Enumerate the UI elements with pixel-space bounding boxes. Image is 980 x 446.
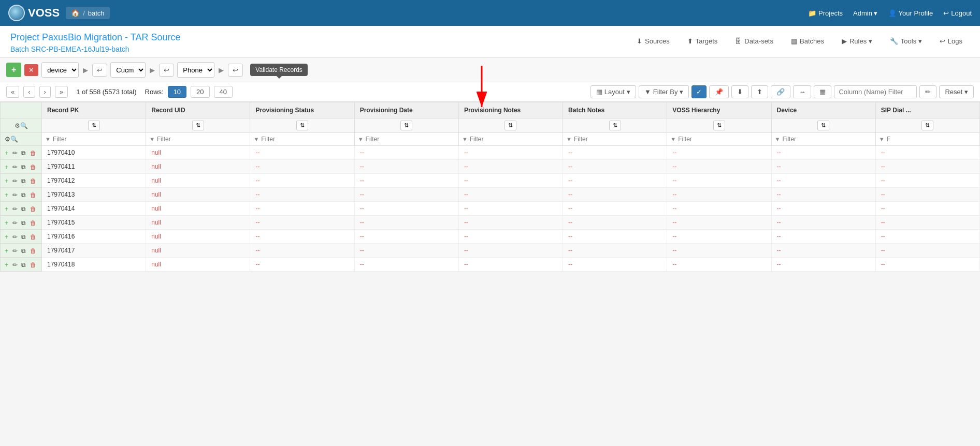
copy-row-btn[interactable]: ⧉ bbox=[20, 163, 27, 171]
delete-row-btn[interactable]: 🗑 bbox=[29, 261, 37, 269]
sort-bn[interactable]: ⇅ bbox=[609, 121, 621, 130]
delete-row-btn[interactable]: 🗑 bbox=[29, 219, 37, 227]
row-filter-controls[interactable]: ⚙🔍 bbox=[4, 135, 19, 143]
edit-icon-btn[interactable]: ✏ bbox=[919, 85, 936, 98]
nav-logout[interactable]: ↩ Logout bbox=[943, 9, 972, 17]
clear-button[interactable]: ✕ bbox=[24, 64, 38, 76]
copy-row-btn[interactable]: ⧉ bbox=[20, 205, 27, 213]
sort-pd[interactable]: ⇅ bbox=[400, 121, 412, 130]
download-btn[interactable]: ⬇ bbox=[731, 85, 748, 98]
edit-row-btn[interactable]: ✏ bbox=[11, 205, 19, 213]
edit-row-btn[interactable]: ✏ bbox=[11, 219, 19, 227]
sort-ps[interactable]: ⇅ bbox=[296, 121, 308, 130]
add-row-btn[interactable]: + bbox=[4, 218, 10, 227]
add-button[interactable]: + bbox=[6, 63, 21, 77]
rows-20-btn[interactable]: 20 bbox=[191, 86, 209, 98]
logo[interactable]: VOSS bbox=[8, 5, 60, 21]
first-page-btn[interactable]: « bbox=[6, 86, 19, 98]
layout-btn[interactable]: ▦ Layout ▾ bbox=[590, 85, 636, 98]
tab-tools[interactable]: 🔧 Tools ▾ bbox=[883, 34, 929, 48]
rows-10-btn[interactable]: 10 bbox=[168, 86, 186, 98]
add-row-btn[interactable]: + bbox=[4, 204, 10, 213]
type-select-3[interactable]: Phone bbox=[177, 62, 214, 78]
copy-row-btn[interactable]: ⧉ bbox=[20, 247, 27, 255]
sort-device[interactable]: ⇅ bbox=[817, 121, 829, 130]
go-btn-2[interactable]: ↩ bbox=[159, 64, 174, 77]
filter-device[interactable] bbox=[782, 136, 869, 143]
home-icon[interactable]: 🏠 bbox=[71, 9, 80, 17]
filter-pd[interactable] bbox=[366, 136, 453, 143]
column-filter-input[interactable] bbox=[834, 85, 917, 98]
tab-batches[interactable]: ▦ Batches bbox=[784, 34, 831, 48]
delete-row-btn[interactable]: 🗑 bbox=[29, 247, 37, 255]
filter-pn[interactable] bbox=[470, 136, 557, 143]
delete-row-btn[interactable]: 🗑 bbox=[29, 233, 37, 241]
row-controls-btn[interactable]: ⚙🔍 bbox=[13, 122, 29, 130]
filter-by-btn[interactable]: ▼ Filter By ▾ bbox=[639, 85, 689, 98]
link-btn[interactable]: 🔗 bbox=[771, 85, 790, 98]
reset-btn[interactable]: Reset ▾ bbox=[939, 85, 974, 98]
filter-ps[interactable] bbox=[261, 136, 348, 143]
add-row-btn[interactable]: + bbox=[4, 246, 10, 255]
last-page-btn[interactable]: » bbox=[55, 86, 68, 98]
columns-btn[interactable]: ▦ bbox=[814, 85, 831, 98]
cell-bn: -- bbox=[563, 146, 667, 160]
nav-profile[interactable]: 👤 Your Profile bbox=[888, 9, 933, 17]
data-table-container: Record PK Record UID Provisioning Status… bbox=[0, 102, 980, 272]
nav-projects[interactable]: 📁 Projects bbox=[808, 9, 843, 17]
go-btn-3[interactable]: ↩ bbox=[228, 64, 243, 77]
type-select-2[interactable]: Cucm bbox=[110, 62, 146, 78]
edit-row-btn[interactable]: ✏ bbox=[11, 177, 19, 185]
delete-row-btn[interactable]: 🗑 bbox=[29, 149, 37, 157]
edit-row-btn[interactable]: ✏ bbox=[11, 261, 19, 269]
edit-row-btn[interactable]: ✏ bbox=[11, 163, 19, 171]
copy-row-btn[interactable]: ⧉ bbox=[20, 233, 27, 241]
prev-page-btn[interactable]: ‹ bbox=[23, 86, 35, 98]
tab-datasets[interactable]: 🗄 Data-sets bbox=[728, 34, 781, 48]
edit-row-btn[interactable]: ✏ bbox=[11, 247, 19, 255]
sort-pk[interactable]: ⇅ bbox=[88, 121, 100, 130]
go-btn-1[interactable]: ↩ bbox=[92, 64, 107, 77]
edit-row-btn[interactable]: ✏ bbox=[11, 233, 19, 241]
page-info: 1 of 558 (5573 total) bbox=[76, 88, 136, 96]
header-section: Project PaxusBio Migration - TAR Source … bbox=[0, 26, 980, 58]
validate-records-btn[interactable]: ✓ bbox=[691, 85, 707, 98]
pin-btn[interactable]: 📌 bbox=[709, 85, 729, 98]
filter-vh[interactable] bbox=[678, 136, 765, 143]
delete-row-btn[interactable]: 🗑 bbox=[29, 163, 37, 171]
delete-row-btn[interactable]: 🗑 bbox=[29, 205, 37, 213]
add-row-btn[interactable]: + bbox=[4, 162, 10, 171]
rows-40-btn[interactable]: 40 bbox=[214, 86, 233, 98]
edit-row-btn[interactable]: ✏ bbox=[11, 191, 19, 199]
type-select-1[interactable]: device bbox=[41, 62, 79, 78]
delete-row-btn[interactable]: 🗑 bbox=[29, 177, 37, 185]
sort-sip[interactable]: ⇅ bbox=[921, 121, 933, 130]
filter-sip[interactable] bbox=[887, 136, 974, 143]
next-page-btn[interactable]: › bbox=[39, 86, 51, 98]
copy-row-btn[interactable]: ⧉ bbox=[20, 149, 27, 157]
cell-pk: 17970416 bbox=[42, 230, 146, 244]
map-btn[interactable]: ↔ bbox=[793, 85, 811, 98]
tab-sources[interactable]: ⬇ Sources bbox=[629, 34, 677, 48]
add-row-btn[interactable]: + bbox=[4, 176, 10, 185]
add-row-btn[interactable]: + bbox=[4, 148, 10, 157]
tab-logs[interactable]: ↩ Logs bbox=[932, 34, 970, 48]
edit-row-btn[interactable]: ✏ bbox=[11, 149, 19, 157]
filter-uid[interactable] bbox=[157, 136, 244, 143]
filter-bn[interactable] bbox=[574, 136, 661, 143]
copy-row-btn[interactable]: ⧉ bbox=[20, 261, 27, 269]
tab-rules[interactable]: ▶ Rules ▾ bbox=[834, 34, 880, 48]
upload-btn[interactable]: ⬆ bbox=[751, 85, 768, 98]
copy-row-btn[interactable]: ⧉ bbox=[20, 219, 27, 227]
sort-vh[interactable]: ⇅ bbox=[713, 121, 725, 130]
nav-admin[interactable]: Admin ▾ bbox=[853, 9, 877, 17]
sort-uid[interactable]: ⇅ bbox=[192, 121, 204, 130]
delete-row-btn[interactable]: 🗑 bbox=[29, 191, 37, 199]
add-row-btn[interactable]: + bbox=[4, 260, 10, 269]
add-row-btn[interactable]: + bbox=[4, 232, 10, 241]
add-row-btn[interactable]: + bbox=[4, 190, 10, 199]
tab-targets[interactable]: ⬆ Targets bbox=[680, 34, 725, 48]
filter-pk[interactable] bbox=[53, 136, 140, 143]
copy-row-btn[interactable]: ⧉ bbox=[20, 191, 27, 199]
copy-row-btn[interactable]: ⧉ bbox=[20, 177, 27, 185]
